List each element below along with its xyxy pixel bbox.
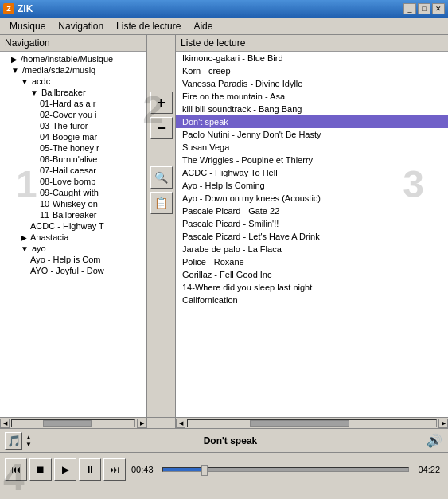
playlist-scroll-right[interactable]: ▶ bbox=[438, 419, 448, 428]
playlist-header: Liste de lecture bbox=[176, 35, 448, 52]
middle-buttons-panel: 2 + − 🔍 📋 bbox=[147, 35, 176, 417]
nav-item-anastacia[interactable]: ▶ Anastacia bbox=[0, 232, 146, 243]
playlist-item-p18[interactable]: Gorillaz - Fell Good Inc bbox=[176, 268, 448, 281]
playlist-item-p20[interactable]: Californication bbox=[176, 294, 448, 306]
add-icon: + bbox=[157, 95, 166, 111]
progress-track[interactable] bbox=[162, 467, 410, 472]
playlist-scroll-left[interactable]: ◀ bbox=[176, 419, 185, 428]
nav-item-media[interactable]: ▼ /media/sda2/musiq bbox=[0, 64, 146, 76]
stepper-up[interactable]: ▲ bbox=[25, 434, 32, 441]
playlist-scrollbar[interactable]: ◀ ▶ bbox=[176, 418, 448, 428]
next-button[interactable]: ⏭ bbox=[103, 458, 126, 481]
nav-label: AYO - Joyful - Dow bbox=[30, 266, 104, 275]
playlist-item-p2[interactable]: Korn - creep bbox=[176, 64, 448, 77]
menu-bar: Musique Navigation Liste de lecture Aide bbox=[0, 18, 448, 35]
tag-button[interactable]: 🔍 bbox=[150, 166, 173, 189]
playlist-item-p4[interactable]: Fire on the mountain - Asa bbox=[176, 90, 448, 103]
album-art-button[interactable]: 🎵 bbox=[5, 432, 22, 450]
close-button[interactable]: ✕ bbox=[432, 3, 445, 14]
nav-item-t09[interactable]: 09-Caught with bbox=[0, 187, 146, 198]
nav-item-t06[interactable]: 06-Burnin'alive bbox=[0, 154, 146, 165]
nav-item-t05[interactable]: 05-The honey r bbox=[0, 142, 146, 154]
menu-aide[interactable]: Aide bbox=[187, 19, 219, 33]
nav-item-ayo2[interactable]: AYO - Joyful - Dow bbox=[0, 265, 146, 276]
add-button[interactable]: + bbox=[150, 92, 173, 114]
nav-tree[interactable]: ▶ /home/instable/Musique ▼ /media/sda2/m… bbox=[0, 52, 146, 417]
app-title: ZiK bbox=[18, 3, 33, 14]
nav-item-t04[interactable]: 04-Boogie mar bbox=[0, 131, 146, 142]
nav-label: acdc bbox=[32, 76, 50, 86]
remove-button[interactable]: − bbox=[150, 117, 173, 139]
nav-label: /media/sda2/musiq bbox=[22, 65, 95, 75]
nav-header: Navigation bbox=[0, 35, 146, 52]
nav-item-t08[interactable]: 08-Love bomb bbox=[0, 176, 146, 187]
stop-button[interactable]: ⏹ bbox=[29, 458, 52, 481]
scroll-left-arrow[interactable]: ◀ bbox=[0, 419, 10, 428]
nav-item-home[interactable]: ▶ /home/instable/Musique bbox=[0, 53, 146, 64]
progress-thumb[interactable] bbox=[201, 465, 208, 476]
playlist-item-p10[interactable]: ACDC - Highway To Hell bbox=[176, 166, 448, 179]
nav-item-t07[interactable]: 07-Hail caesar bbox=[0, 165, 146, 176]
nav-item-highway[interactable]: ACDC - Highway T bbox=[0, 220, 146, 232]
nav-label: 07-Hail caesar bbox=[40, 166, 96, 175]
playlist-item-p7[interactable]: Paolo Nutini - Jenny Don't Be Hasty bbox=[176, 128, 448, 141]
play-icon: ▶ bbox=[62, 464, 69, 475]
nav-item-acdc[interactable]: ▼ acdc bbox=[0, 76, 146, 87]
menu-liste[interactable]: Liste de lecture bbox=[110, 19, 187, 33]
nav-label: 05-The honey r bbox=[40, 143, 99, 153]
nav-item-t11[interactable]: 11-Ballbreaker bbox=[0, 209, 146, 220]
stepper-down[interactable]: ▼ bbox=[25, 441, 32, 448]
nav-item-t03[interactable]: 03-The furor bbox=[0, 120, 146, 131]
nav-scrollbar[interactable]: ◀ ▶ bbox=[0, 418, 147, 428]
playlist-item-p16[interactable]: Jarabe de palo - La Flaca bbox=[176, 243, 448, 255]
playlist-item-p9[interactable]: The Wriggles - Poupine et Thierry bbox=[176, 154, 448, 166]
nav-hscroll-track[interactable] bbox=[11, 419, 135, 427]
nav-label: /home/instable/Musique bbox=[21, 54, 113, 64]
nav-item-ayo1[interactable]: Ayo - Help is Com bbox=[0, 254, 146, 265]
playlist-item-p5[interactable]: kill bill soundtrack - Bang Bang bbox=[176, 103, 448, 115]
maximize-button[interactable]: □ bbox=[418, 3, 430, 14]
playlist-item-p19[interactable]: 14-Where did you sleep last night bbox=[176, 281, 448, 294]
playlist-item-p17[interactable]: Police - Roxane bbox=[176, 255, 448, 268]
time-elapsed: 00:43 bbox=[128, 465, 157, 474]
playlist-item-p8[interactable]: Susan Vega bbox=[176, 141, 448, 154]
playlist-hscroll-track[interactable] bbox=[187, 419, 437, 427]
arrow-icon: ▶ bbox=[11, 55, 18, 64]
playlist-item-p13[interactable]: Pascale Picard - Gate 22 bbox=[176, 205, 448, 217]
playlist-item-p11[interactable]: Ayo - Help Is Coming bbox=[176, 179, 448, 192]
scroll-right-arrow[interactable]: ▶ bbox=[137, 419, 146, 428]
pause-button[interactable]: ⏸ bbox=[79, 458, 101, 481]
time-total: 04:22 bbox=[415, 465, 443, 474]
prev-icon: ⏮ bbox=[11, 464, 21, 475]
main-area: 1 3 Navigation ▶ /home/instable/Musique … bbox=[0, 35, 448, 417]
arrow-icon: ▼ bbox=[11, 66, 19, 75]
edit-button[interactable]: 📋 bbox=[150, 192, 173, 214]
playlist-item-p15[interactable]: Pascale Picard - Let's Have A Drink bbox=[176, 230, 448, 243]
playlist-item-p6[interactable]: Don't speak bbox=[176, 115, 448, 128]
playlist-item-p3[interactable]: Vanessa Paradis - Divine Idylle bbox=[176, 77, 448, 90]
nav-item-ballbreaker[interactable]: ▼ Ballbreaker bbox=[0, 87, 146, 98]
playlist-item-p12[interactable]: Ayo - Down on my knees (Acoustic) bbox=[176, 192, 448, 205]
volume-button[interactable]: 🔊 bbox=[426, 432, 443, 450]
nav-label: 11-Ballbreaker bbox=[40, 210, 97, 220]
nav-item-t02[interactable]: 02-Cover you i bbox=[0, 109, 146, 120]
nav-item-ayo[interactable]: ▼ ayo bbox=[0, 243, 146, 254]
nav-label: 01-Hard as a r bbox=[40, 99, 95, 108]
prev-button[interactable]: ⏮ bbox=[5, 458, 27, 481]
playlist-item-p14[interactable]: Pascale Picard - Smilin'!! bbox=[176, 217, 448, 230]
stepper: ▲ ▼ bbox=[25, 434, 32, 448]
now-playing-bar: 🎵 ▲ ▼ 4 Don't speak 🔊 bbox=[0, 428, 448, 452]
nav-item-t10[interactable]: 10-Whiskey on bbox=[0, 198, 146, 209]
nav-label: Ballbreaker bbox=[41, 88, 86, 97]
play-button[interactable]: ▶ bbox=[54, 458, 76, 481]
pause-icon: ⏸ bbox=[85, 464, 95, 475]
minimize-button[interactable]: _ bbox=[403, 3, 416, 14]
stop-icon: ⏹ bbox=[36, 464, 45, 475]
playlist-item-p1[interactable]: Ikimono-gakari - Blue Bird bbox=[176, 52, 448, 64]
nav-item-t01[interactable]: 01-Hard as a r bbox=[0, 98, 146, 109]
menu-navigation[interactable]: Navigation bbox=[52, 19, 110, 33]
menu-musique[interactable]: Musique bbox=[3, 19, 52, 33]
minus-icon: − bbox=[157, 120, 166, 137]
playlist-content[interactable]: Ikimono-gakari - Blue Bird Korn - creep … bbox=[176, 52, 448, 417]
controls-bar: ⏮ ⏹ ▶ ⏸ ⏭ 00:43 04:22 bbox=[0, 452, 448, 485]
